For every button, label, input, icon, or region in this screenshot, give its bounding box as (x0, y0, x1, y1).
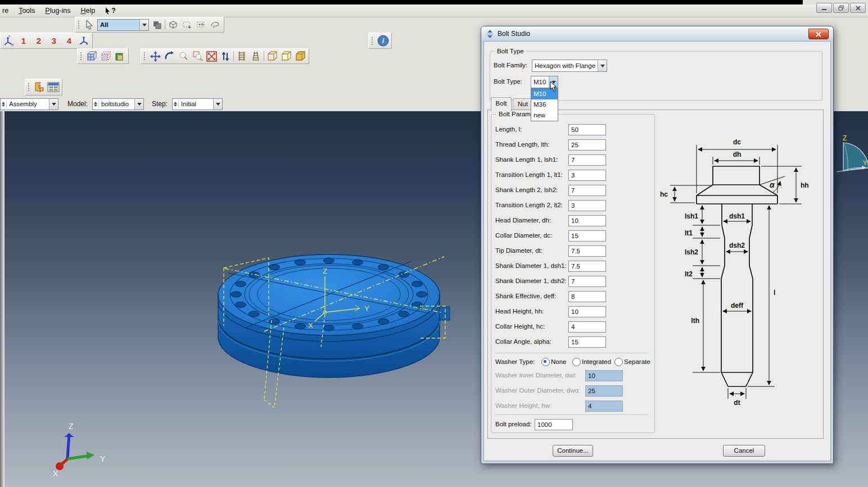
bolt-family-dropdown-button[interactable] (598, 60, 607, 71)
magnify-icon[interactable] (177, 50, 189, 62)
washer-option-integrated: Integrated (582, 358, 611, 365)
view-2-button[interactable]: 2 (32, 36, 46, 45)
rectangle-select-plus-icon[interactable] (181, 19, 193, 31)
render-hidden-icon[interactable] (280, 50, 292, 62)
param-label: Shank Effective, deff: (495, 293, 556, 299)
viewer-window-icon[interactable] (47, 81, 60, 93)
param-input-shank-diameter-2[interactable] (568, 276, 606, 287)
param-input-thread-length[interactable] (568, 139, 606, 151)
menu-item-plugins-rest: lug-ins (50, 7, 71, 15)
step-spinner[interactable] (173, 100, 179, 108)
menu-item-help[interactable]: Help (75, 6, 100, 16)
bolt-preload-input[interactable] (535, 419, 573, 430)
tab-bolt[interactable]: Bolt (491, 97, 512, 111)
restore-button[interactable] (833, 3, 849, 13)
rectangle-select-points-icon[interactable] (195, 19, 207, 31)
selection-filter-dropdown-button[interactable] (139, 20, 148, 30)
origin-x-label: X (53, 469, 58, 478)
dialog-close-button[interactable] (808, 29, 829, 39)
render-shaded-icon[interactable] (294, 50, 306, 62)
lasso-select-icon[interactable] (209, 19, 221, 31)
param-input-transition-length-1[interactable] (568, 170, 606, 181)
model-dropdown-button[interactable] (134, 99, 143, 110)
param-label: Transition Length 2, lt2: (495, 202, 563, 208)
chevron-down-icon (600, 65, 605, 70)
dropdown-option-new[interactable]: new (531, 110, 558, 121)
step-combo[interactable]: Initial (172, 98, 223, 110)
close-window-button[interactable] (850, 3, 866, 13)
bolt-family-combo[interactable]: Hexagon with Flange (532, 60, 607, 72)
dialog-title-bar[interactable]: Bolt Studio (481, 26, 833, 41)
menu-item-tools[interactable]: Tools (13, 6, 40, 16)
cycle-views-icon[interactable] (219, 50, 232, 62)
model-combo[interactable]: boltstudio (92, 98, 144, 110)
continue-button[interactable]: Continue... (553, 445, 593, 457)
param-input-shank-diameter-1[interactable] (568, 261, 606, 272)
toolbar-grip[interactable] (143, 52, 146, 61)
cancel-button[interactable]: Cancel (723, 445, 765, 457)
washer-radio-none[interactable] (541, 358, 550, 366)
menu-item-plugins[interactable]: Plug-ins (40, 6, 75, 16)
module-combo[interactable]: Assembly (0, 98, 58, 110)
step-dropdown-button[interactable] (213, 99, 222, 110)
param-input-shank-length-1[interactable] (568, 154, 606, 166)
window-controls (816, 3, 866, 13)
washer-radio-separate[interactable] (614, 358, 623, 366)
pan-icon[interactable] (149, 50, 161, 62)
dashed-cube-icon[interactable] (100, 50, 112, 62)
toolbar-grip[interactable] (371, 37, 374, 45)
param-input-transition-length-2[interactable] (568, 200, 606, 211)
flange-model[interactable] (218, 254, 440, 377)
bolt-family-label: Bolt Family: (494, 62, 527, 69)
param-input-collar-diameter[interactable] (568, 230, 606, 242)
view-compass[interactable]: Z Y (837, 134, 868, 172)
selection-filter-combo[interactable]: All (97, 19, 149, 31)
toolbar-grip[interactable] (28, 83, 30, 92)
rotate-icon[interactable] (163, 50, 175, 62)
dim-dsh2: dsh2 (729, 242, 745, 249)
minimize-button[interactable] (816, 3, 832, 13)
select-entities-box-icon[interactable] (167, 19, 179, 31)
model-z-label: Z (323, 267, 327, 275)
view-3-button[interactable]: 3 (47, 36, 61, 45)
wireframe-cube-icon[interactable] (85, 50, 98, 62)
info-icon[interactable]: i (377, 35, 389, 47)
query-toolbar: i (368, 33, 392, 49)
pointer-icon[interactable] (83, 19, 96, 31)
perspective-off-icon[interactable] (250, 50, 262, 62)
washer-radio-integrated[interactable] (572, 358, 581, 366)
shaded-cube-icon[interactable] (114, 50, 126, 62)
fit-view-icon[interactable] (205, 50, 218, 62)
mouse-cursor (550, 81, 558, 92)
param-input-length[interactable] (568, 124, 606, 135)
toolbar-grip[interactable] (78, 20, 80, 29)
csys-front-view-icon[interactable]: YX (3, 35, 15, 47)
toolbar-grip[interactable] (80, 52, 83, 61)
tab-nut[interactable]: Nut (513, 98, 533, 110)
param-input-shank-length-2[interactable] (568, 185, 606, 196)
param-input-collar-height[interactable] (568, 321, 606, 333)
dropdown-option-m36[interactable]: M36 (531, 99, 558, 110)
param-input-shank-effective[interactable] (568, 291, 606, 302)
model-spinner[interactable] (93, 100, 99, 108)
param-input-collar-angle[interactable] (568, 336, 606, 348)
partition-icon[interactable] (33, 81, 46, 93)
view-1-button[interactable]: 1 (17, 36, 30, 45)
menu-item-truncated[interactable]: re (0, 6, 13, 16)
param-label: Shank Length 2, lsh2: (495, 186, 558, 193)
zoom-box-icon[interactable] (191, 50, 204, 62)
dim-dh: dh (733, 151, 742, 158)
view-4-button[interactable]: 4 (62, 36, 76, 45)
perspective-on-icon[interactable] (236, 50, 248, 62)
compass-z-label: Z (843, 134, 847, 142)
param-input-head-height[interactable] (568, 306, 606, 317)
param-input-tip-diameter[interactable] (568, 245, 606, 257)
bolt-studio-icon (486, 30, 494, 38)
module-dropdown-button[interactable] (49, 99, 58, 110)
module-spinner[interactable] (1, 100, 7, 108)
render-wireframe-icon[interactable] (266, 50, 278, 62)
param-input-head-diameter[interactable] (568, 215, 606, 226)
replace-selection-icon[interactable] (151, 19, 163, 31)
csys-iso-view-icon[interactable] (78, 35, 90, 47)
view-presets-toolbar: YX 1 2 3 4 (0, 33, 93, 49)
